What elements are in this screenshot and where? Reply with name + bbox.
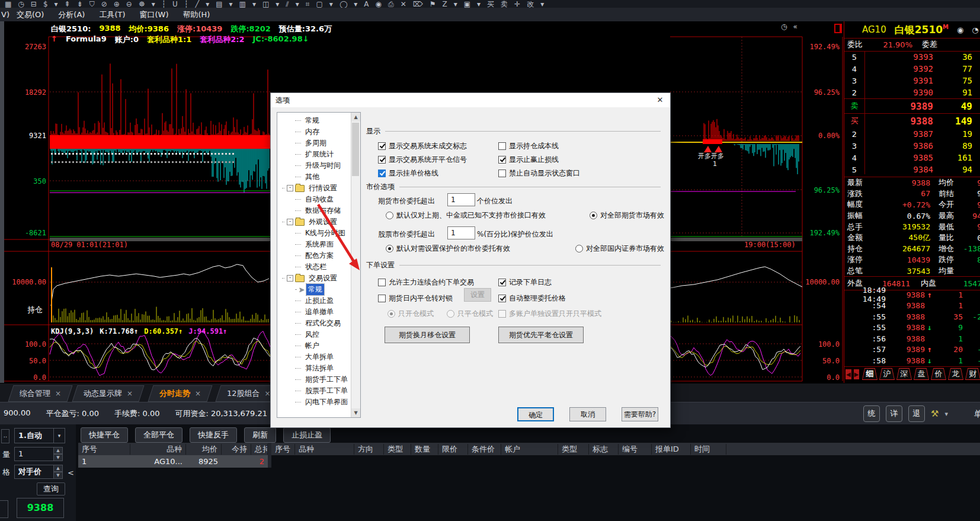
column-header[interactable]: 标志 [589, 444, 619, 455]
toolbar-icon[interactable]: ⊖ [126, 0, 132, 8]
quote-title[interactable]: AG10 白银2510M ◉ ◔ [844, 21, 980, 39]
toolbar-icon[interactable]: ⊘ [101, 0, 107, 8]
tree-scrollbar[interactable]: ▲ ▼ [351, 113, 360, 417]
tools-icon[interactable]: ⚒ [931, 408, 939, 419]
ask-row[interactable]: 5939336 [844, 51, 980, 63]
page-tab[interactable]: 动态显示牌× [72, 385, 144, 402]
tree-item[interactable]: ➤ 升级与时间 [277, 160, 350, 171]
order-checkbox[interactable]: 期货日内平仓转对锁 [378, 290, 474, 306]
dialog-footer-button[interactable]: 确定 [517, 407, 554, 421]
quote-tab[interactable]: 沪 [879, 368, 895, 380]
toolbar-icon[interactable]: 买 [487, 0, 494, 8]
column-header[interactable]: 数量 [411, 444, 438, 455]
tree-item[interactable]: ➤ 系统界面 [277, 239, 350, 250]
column-header[interactable]: 限价 [438, 444, 468, 455]
price-stepper[interactable]: ▲▼ [53, 465, 63, 479]
settings-button[interactable]: 期货换月移仓设置 [385, 327, 470, 343]
multi-account-checkbox[interactable]: 多账户单独设置只开只平模式 [498, 309, 601, 319]
tree-item[interactable]: ➤ 多周期 [277, 138, 350, 149]
tree-item[interactable]: ➤ 内存 [277, 126, 350, 138]
bid-row[interactable]: 49385161 [844, 152, 980, 164]
column-header[interactable]: 方向 [354, 444, 384, 455]
quick-action-button[interactable]: 刷新 [244, 427, 276, 443]
expand-icon[interactable] [287, 219, 293, 225]
toolbar-icon[interactable]: ⫽ [286, 0, 289, 8]
toolbar-icon[interactable]: ◷ [18, 0, 24, 8]
toolbar-icon[interactable]: ▾ [477, 0, 481, 8]
close-tab-icon[interactable]: × [127, 389, 133, 398]
status-button[interactable]: 详 [886, 405, 902, 422]
lock-settings-button[interactable]: 设置 [464, 288, 491, 302]
tree-item[interactable]: ➤ 算法拆单 [277, 363, 350, 374]
toolbar-icon[interactable]: ▾ [252, 0, 256, 8]
bid-row[interactable]: 2938719 [844, 128, 980, 140]
toolbar-icon[interactable]: ▾ [276, 0, 279, 8]
window-layout-icon[interactable] [834, 24, 842, 33]
stock-scope-radio[interactable]: 默认对需设置保护价的市价委托有效 [386, 244, 510, 254]
column-header[interactable]: 总持 [251, 444, 268, 455]
tree-item[interactable]: ➤ 止损止盈 [277, 295, 350, 306]
toolbar-icon[interactable]: ▾ [152, 0, 155, 8]
mode-radio[interactable]: 只平仓模式 [447, 309, 493, 319]
scrollbar-thumb[interactable] [352, 123, 359, 176]
toolbar-icon[interactable]: ⇞ [65, 0, 71, 8]
quantity-input[interactable]: 1 [14, 447, 55, 461]
quick-action-button[interactable]: 快捷平仓 [81, 427, 128, 443]
dialog-title-bar[interactable]: 选项 ✕ [271, 93, 670, 107]
tree-item[interactable]: ➤ 帐户 [277, 340, 350, 351]
toolbar-icon[interactable]: ▣ [464, 0, 470, 8]
toolbar-icon[interactable]: ▾ [206, 0, 209, 8]
toolbar-icon[interactable]: ┆ [184, 0, 188, 8]
chevron-down-icon[interactable]: ▾ [944, 410, 948, 418]
toolbar-icon[interactable]: 卖 [501, 0, 508, 8]
toolbar-icon[interactable]: ╱ [195, 0, 199, 8]
toolbar-icon[interactable]: ◯ [340, 0, 347, 8]
tree-item[interactable]: ➤ 行情设置 [277, 183, 350, 194]
toolbar-icon[interactable]: ▾ [354, 0, 357, 8]
tree-item[interactable]: ➤ 程式化交易 [277, 318, 350, 329]
toolbar-icon[interactable]: ▾ [329, 0, 333, 8]
quote-tab[interactable]: 细 [862, 368, 877, 380]
display-checkbox[interactable]: 显示止赢止损线 [498, 153, 580, 167]
quick-action-button[interactable]: 全部平仓 [135, 427, 182, 443]
settings-button[interactable]: 期货优先平老仓设置 [498, 327, 584, 343]
tree-item[interactable]: ➤ 风控 [277, 329, 350, 340]
tree-item[interactable]: ➤ 外观设置 [277, 216, 350, 228]
tree-item[interactable]: ➤ 大单拆单 [277, 351, 350, 363]
column-header[interactable]: 编号 [619, 444, 652, 455]
display-checkbox[interactable]: 显示交易系统未成交标志 [378, 139, 467, 153]
ask-row[interactable]: 3939175 [844, 75, 980, 87]
toolbar-icon[interactable]: ⌦ [413, 0, 423, 8]
column-header[interactable]: 时间 [691, 444, 726, 455]
quick-action-button[interactable]: 快捷反手 [190, 427, 237, 443]
price-type-input[interactable]: 对手价 [14, 465, 55, 479]
tree-item[interactable]: ➤ 交易设置 [277, 273, 350, 284]
toolbar-icon[interactable]: A [364, 0, 369, 8]
toolbar-icon[interactable]: ◫ [262, 0, 269, 8]
tree-item[interactable]: ➤ 数据与存储 [277, 205, 350, 216]
toolbar-icon[interactable]: ▾ [55, 0, 58, 8]
clipped-field[interactable]: .. [1, 429, 9, 443]
stock-scope-radio[interactable]: 对全部国内证券市场有效 [575, 244, 664, 254]
menu-item[interactable]: 帮助(H) [176, 9, 217, 20]
position-row[interactable]: 1AG10...89252 [78, 455, 268, 468]
ask-row[interactable]: 4939277 [844, 63, 980, 75]
toolbar-icon[interactable]: ▤ [216, 0, 222, 8]
toolbar-icon[interactable]: U [172, 0, 178, 8]
column-header[interactable]: 均价 [186, 444, 222, 455]
mode-radio[interactable]: 只开仓模式 [387, 309, 434, 319]
toolbar-icon[interactable]: ✛ [514, 0, 520, 8]
column-header[interactable]: 帐户 [501, 444, 558, 455]
close-tab-icon[interactable]: × [195, 389, 201, 398]
column-header[interactable]: 类型 [558, 444, 589, 455]
tree-item[interactable]: ➤ 扩展统计 [277, 149, 350, 160]
toolbar-icon[interactable]: ⌗ [306, 0, 310, 8]
toolbar-icon[interactable]: ◉ [376, 0, 382, 8]
order-mode-dropdown-icon[interactable]: ▾ [53, 428, 65, 443]
scroll-left-icon[interactable]: ◀ [846, 369, 851, 379]
status-button[interactable]: 退 [908, 405, 925, 422]
page-tab[interactable]: 综合管理× [8, 385, 72, 402]
order-mode-select[interactable]: 1.自动 [14, 428, 58, 443]
close-tab-icon[interactable]: × [55, 389, 61, 398]
futures-scope-radio[interactable]: 默认仅对上期、中金或已知不支持市价接口有效 [386, 210, 546, 220]
